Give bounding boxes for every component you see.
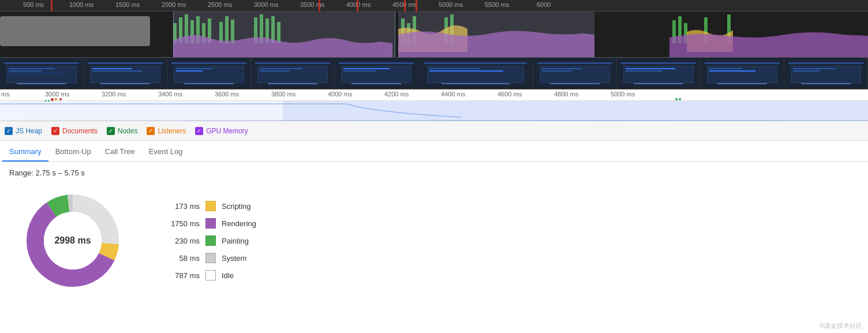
screenshot-thumb-7 — [533, 58, 617, 89]
tab-summary[interactable]: Summary — [2, 143, 48, 162]
listeners-label: Listeners — [158, 127, 186, 135]
screenshot-thumb-6 — [418, 58, 533, 89]
painting-color — [205, 235, 216, 246]
tab-event-log[interactable]: Event Log — [142, 143, 190, 162]
ruler-tick-8: 4000 ms — [346, 1, 371, 8]
zoomed-ruler: ms 3000 ms 3200 ms 3400 ms 3600 ms 3800 … — [0, 89, 868, 101]
ruler-tick-2: 1000 ms — [69, 1, 93, 8]
listeners-checkbox[interactable]: ✓ — [147, 127, 155, 135]
legend-item-idle: 787 ms Idle — [159, 270, 256, 280]
gpumemory-label: GPU Memory — [206, 127, 248, 135]
memory-item-nodes[interactable]: ✓ Nodes — [107, 127, 138, 135]
system-color — [205, 253, 216, 263]
ruler-tick-3: 1500 ms — [115, 1, 140, 8]
zoomed-timeline: ms 3000 ms 3200 ms 3400 ms 3600 ms 3800 … — [0, 89, 868, 121]
documents-label: Documents — [62, 127, 98, 135]
system-label: System — [222, 254, 246, 263]
nodes-checkbox[interactable]: ✓ — [107, 127, 115, 135]
scripting-color — [205, 201, 216, 211]
memory-bar: ✓ JS Heap ✓ Documents ✓ Nodes ✓ Listener… — [0, 121, 868, 141]
rendering-value: 1750 ms — [159, 219, 200, 228]
ruler-tick-1: 500 ms — [23, 1, 44, 8]
legend: 173 ms Scripting 1750 ms Rendering 230 m… — [159, 201, 256, 280]
timeline-ruler: 500 ms 1000 ms 1500 ms 2000 ms 2500 ms 3… — [0, 0, 868, 12]
nodes-label: Nodes — [118, 127, 138, 135]
legend-item-painting: 230 ms Painting — [159, 235, 256, 246]
screenshot-thumb-1 — [0, 58, 84, 89]
timeline-overview: 500 ms 1000 ms 1500 ms 2000 ms 2500 ms 3… — [0, 0, 868, 58]
tabs-bar: Summary Bottom-Up Call Tree Event Log — [0, 141, 868, 162]
ruler-tick-6: 3000 ms — [254, 1, 278, 8]
legend-item-system: 58 ms System — [159, 253, 256, 263]
scripting-value: 173 ms — [159, 202, 200, 211]
screenshot-thumb-2 — [84, 58, 167, 89]
idle-value: 787 ms — [159, 271, 200, 280]
screenshot-thumb-5 — [335, 58, 418, 89]
ruler-tick-7: 3500 ms — [300, 1, 324, 8]
screenshot-strip — [0, 58, 868, 89]
system-value: 58 ms — [159, 254, 200, 263]
screenshot-thumb-8 — [617, 58, 701, 89]
ruler-tick-4: 2000 ms — [162, 1, 186, 8]
ruler-tick-12: 6000 — [537, 1, 551, 8]
tab-call-tree[interactable]: Call Tree — [98, 143, 142, 162]
donut-center-label: 2998 ms — [54, 235, 91, 246]
legend-item-scripting: 173 ms Scripting — [159, 201, 256, 211]
ruler-tick-10: 5000 ms — [439, 1, 463, 8]
idle-label: Idle — [222, 271, 234, 280]
legend-item-rendering: 1750 ms Rendering — [159, 218, 256, 229]
painting-value: 230 ms — [159, 237, 200, 245]
memory-item-jsheap[interactable]: ✓ JS Heap — [5, 127, 42, 135]
memory-item-documents[interactable]: ✓ Documents — [51, 127, 98, 135]
summary-content: 2998 ms 173 ms Scripting 1750 ms Renderi… — [9, 189, 859, 293]
screenshot-thumb-3 — [167, 58, 251, 89]
ruler-tick-11: 5500 ms — [485, 1, 509, 8]
tab-bottom-up[interactable]: Bottom-Up — [48, 143, 98, 162]
scripting-label: Scripting — [222, 202, 251, 211]
painting-label: Painting — [222, 237, 249, 245]
screenshot-thumb-9 — [701, 58, 784, 89]
timeline-chart — [0, 12, 868, 58]
summary-panel: Range: 2.75 s – 5.75 s — [0, 162, 868, 300]
ruler-tick-5: 2500 ms — [208, 1, 232, 8]
range-text: Range: 2.75 s – 5.75 s — [9, 169, 859, 177]
donut-chart: 2998 ms — [21, 189, 125, 293]
screenshot-thumb-4 — [251, 58, 335, 89]
memory-item-listeners[interactable]: ✓ Listeners — [147, 127, 186, 135]
memory-item-gpumemory[interactable]: ✓ GPU Memory — [195, 127, 248, 135]
gpumemory-checkbox[interactable]: ✓ — [195, 127, 203, 135]
jsheap-checkbox[interactable]: ✓ — [5, 127, 13, 135]
screenshot-thumb-10 — [784, 58, 868, 89]
jsheap-label: JS Heap — [16, 127, 42, 135]
rendering-label: Rendering — [222, 219, 256, 228]
watermark: ©滚金技术社区 — [820, 321, 862, 330]
idle-color — [205, 270, 216, 280]
documents-checkbox[interactable]: ✓ — [51, 127, 59, 135]
rendering-color — [205, 218, 216, 229]
